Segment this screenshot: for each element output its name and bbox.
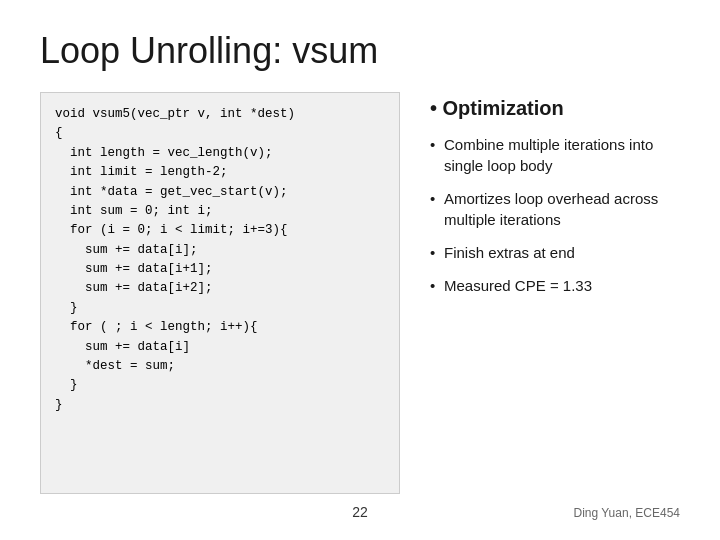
sub-bullet-3: Finish extras at end xyxy=(430,242,680,263)
footer-credit: Ding Yuan, ECE454 xyxy=(573,506,680,520)
slide-title: Loop Unrolling: vsum xyxy=(40,30,680,72)
sub-bullets-list: Combine multiple iterations into single … xyxy=(430,134,680,308)
slide: Loop Unrolling: vsum void vsum5(vec_ptr … xyxy=(0,0,720,540)
main-bullet: • Optimization xyxy=(430,97,680,120)
bullets-area: • Optimization Combine multiple iteratio… xyxy=(420,92,680,494)
sub-bullet-2: Amortizes loop overhead across multiple … xyxy=(430,188,680,230)
content-area: void vsum5(vec_ptr v, int *dest) { int l… xyxy=(40,92,680,494)
sub-bullet-1: Combine multiple iterations into single … xyxy=(430,134,680,176)
slide-footer: 22 Ding Yuan, ECE454 xyxy=(40,494,680,520)
sub-bullet-4: Measured CPE = 1.33 xyxy=(430,275,680,296)
code-block: void vsum5(vec_ptr v, int *dest) { int l… xyxy=(40,92,400,494)
